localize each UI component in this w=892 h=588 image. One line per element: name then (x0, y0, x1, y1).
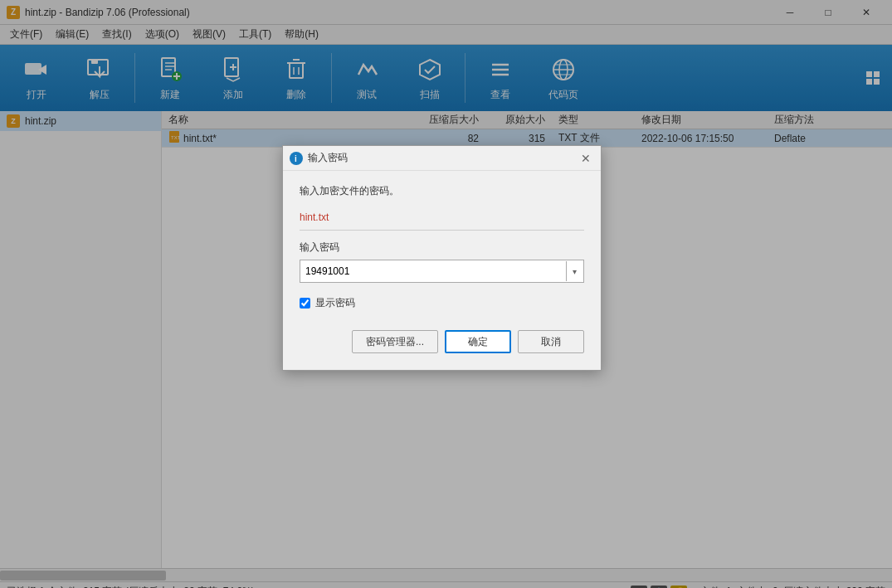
dialog-icon: i (290, 152, 303, 165)
dialog-password-label: 输入密码 (300, 241, 584, 255)
dialog-body: 输入加密文件的密码。 hint.txt 输入密码 ▾ 显示密码 密码管理器...… (283, 171, 601, 370)
dialog-filename: hint.txt (300, 211, 584, 223)
password-input[interactable] (300, 260, 584, 283)
password-manager-button[interactable]: 密码管理器... (352, 330, 438, 353)
dropdown-arrow-icon[interactable]: ▾ (566, 261, 582, 281)
dialog-separator (300, 230, 584, 231)
dialog-titlebar: i 输入密码 ✕ (283, 146, 601, 171)
dialog-desc: 输入加密文件的密码。 (300, 184, 584, 198)
dialog-buttons: 密码管理器... 确定 取消 (300, 330, 584, 353)
dialog-input-wrap: ▾ (300, 260, 584, 283)
cancel-button[interactable]: 取消 (518, 330, 584, 353)
ok-button[interactable]: 确定 (445, 330, 511, 353)
svg-text:i: i (295, 154, 297, 163)
dialog-title: 输入密码 (308, 151, 578, 165)
dialog-close-button[interactable]: ✕ (578, 150, 594, 167)
show-password-label[interactable]: 显示密码 (315, 296, 355, 310)
password-dialog: i 输入密码 ✕ 输入加密文件的密码。 hint.txt 输入密码 ▾ 显示密码… (282, 145, 602, 371)
modal-overlay: i 输入密码 ✕ 输入加密文件的密码。 hint.txt 输入密码 ▾ 显示密码… (0, 0, 892, 588)
show-password-row: 显示密码 (300, 296, 584, 310)
show-password-checkbox[interactable] (300, 298, 310, 309)
